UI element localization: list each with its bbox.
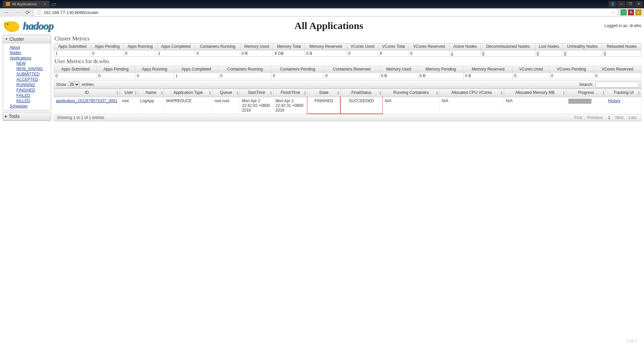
sort-icon: ▲▼ <box>160 91 163 95</box>
cell-progress <box>566 97 606 114</box>
col-user[interactable]: User▲▼ <box>120 89 138 97</box>
chevron-right-icon: ▶ <box>5 115 7 118</box>
cluster-accordion: ▼ Cluster About Nodes Applications NEW N… <box>3 35 51 111</box>
cluster-header[interactable]: ▼ Cluster <box>3 35 51 43</box>
col-unhealthy-nodes: Unhealthy Nodes <box>562 43 602 50</box>
sidebar-link-submitted[interactable]: SUBMITTED <box>16 71 51 77</box>
minimize-button[interactable]: — <box>617 1 625 7</box>
tracking-history-link[interactable]: History <box>608 99 620 103</box>
col-containers-running: Containers Running <box>195 43 240 50</box>
table-header-row: Apps Submitted Apps Pending Apps Running… <box>54 66 641 73</box>
user-icon[interactable]: 👤 <box>609 1 617 7</box>
sidebar-link-applications[interactable]: Applications <box>10 55 51 61</box>
browser-toolbar-icons: ⬚ A ● <box>621 9 641 15</box>
close-window-button[interactable]: ✕ <box>635 1 643 7</box>
sidebar-link-accepted[interactable]: ACCEPTED <box>16 77 51 82</box>
extension-icon-3[interactable]: ● <box>635 9 641 15</box>
svg-point-2 <box>7 23 8 25</box>
col-finish[interactable]: FinishTime▲▼ <box>273 89 307 97</box>
address-bar: ← → ⟳ i 192.168.77.130:8088/cluster ☆ ⬚ … <box>0 8 644 17</box>
unhealthy-nodes-link[interactable]: 0 <box>564 51 567 56</box>
col-memory-total: Memory Total <box>273 43 305 50</box>
col-apps-completed: Apps Completed <box>157 43 195 50</box>
datatable-controls: Show 20 entries Search: <box>54 80 641 89</box>
col-alloc-mem[interactable]: Allocated Memory MB▲▼ <box>504 89 566 97</box>
window-controls: 👤 — ❐ ✕ <box>609 1 644 7</box>
cell-name: LogApp <box>138 97 164 114</box>
col-progress[interactable]: Progress▲▼ <box>566 89 606 97</box>
col-final-status[interactable]: FinalStatus▲▼ <box>340 89 382 97</box>
page-header: hadoop All Applications Logged in as: dr… <box>3 19 641 33</box>
sidebar: ▼ Cluster About Nodes Applications NEW N… <box>3 35 51 122</box>
sort-icon: ▲▼ <box>209 91 211 95</box>
restore-button[interactable]: ❐ <box>626 1 634 7</box>
col-vcores-used: VCores Used <box>347 43 378 50</box>
sidebar-link-failed[interactable]: FAILED <box>16 93 51 98</box>
cell-alloc-cpu: N/A <box>440 97 504 114</box>
rebooted-nodes-link[interactable]: 0 <box>604 51 606 56</box>
col-decom-nodes: Decommissioned Nodes <box>481 43 535 50</box>
sidebar-link-killed[interactable]: KILLED <box>16 98 51 104</box>
sidebar-link-running[interactable]: RUNNING <box>16 82 51 88</box>
tab-favicon-icon <box>6 2 10 6</box>
sidebar-link-about[interactable]: About <box>10 45 51 50</box>
active-nodes-link[interactable]: 1 <box>451 51 453 56</box>
sidebar-link-finished[interactable]: FINISHED <box>16 88 51 93</box>
main-content: Cluster Metrics Apps Submitted Apps Pend… <box>54 35 641 122</box>
paginate-first[interactable]: First <box>575 115 582 120</box>
extension-icon-1[interactable]: ⬚ <box>621 9 627 15</box>
new-tab-button[interactable]: ▱ <box>51 1 56 7</box>
sort-icon: ▲▼ <box>638 91 640 95</box>
entries-info: Showing 1 to 1 of 1 entries <box>57 115 104 120</box>
col-apps-submitted: Apps Submitted <box>54 43 91 50</box>
lost-nodes-link[interactable]: 0 <box>537 51 539 56</box>
paginate-next[interactable]: Next <box>615 115 624 120</box>
paginate-page-1[interactable]: 1 <box>608 115 610 120</box>
search-input[interactable] <box>596 81 639 88</box>
tools-header[interactable]: ▶ Tools <box>3 112 51 121</box>
col-start[interactable]: StartTime▲▼ <box>240 89 273 97</box>
cell-user: root <box>120 97 138 114</box>
application-id-link[interactable]: application_1522679573337_0001 <box>56 99 118 103</box>
bookmark-star-icon[interactable]: ☆ <box>611 10 615 15</box>
reload-button[interactable]: ⟳ <box>24 9 31 16</box>
url-input[interactable]: i 192.168.77.130:8088/cluster ☆ <box>34 9 618 16</box>
paginate-last[interactable]: Last <box>629 115 636 120</box>
sidebar-link-scheduler[interactable]: Scheduler <box>10 104 51 109</box>
url-text: 192.168.77.130:8088/cluster <box>43 10 99 15</box>
col-running-containers[interactable]: Running Containers▲▼ <box>382 89 439 97</box>
col-memory-used: Memory Used <box>240 43 273 50</box>
sidebar-link-new[interactable]: NEW <box>16 61 51 66</box>
cluster-metrics-table: Apps Submitted Apps Pending Apps Running… <box>54 43 641 57</box>
col-memory-reserved: Memory Reserved <box>305 43 347 50</box>
col-apps-pending: Apps Pending <box>91 43 124 50</box>
sort-icon: ▲▼ <box>602 91 605 95</box>
cell-app-type: MAPREDUCE <box>164 97 212 114</box>
paginate-previous[interactable]: Previous <box>587 115 603 120</box>
extension-icon-2[interactable]: A <box>628 9 634 15</box>
page-title: All Applications <box>53 20 604 31</box>
sort-icon: ▲▼ <box>116 91 119 95</box>
col-id[interactable]: ID▲▼ <box>54 89 120 97</box>
entries-select[interactable]: 20 <box>68 81 80 88</box>
browser-tab[interactable]: All Applications × <box>3 1 49 7</box>
table-header-row: ID▲▼ User▲▼ Name▲▼ Application Type▲▼ Qu… <box>54 89 641 97</box>
col-state[interactable]: State▲▼ <box>307 89 340 97</box>
forward-button[interactable]: → <box>13 9 21 15</box>
sort-icon: ▲▼ <box>337 91 339 95</box>
close-tab-icon[interactable]: × <box>44 2 46 6</box>
hadoop-logo[interactable]: hadoop <box>3 19 53 33</box>
cell-queue: root.root <box>212 97 240 114</box>
col-queue[interactable]: Queue▲▼ <box>212 89 240 97</box>
site-info-icon[interactable]: i <box>37 10 41 15</box>
col-alloc-cpu[interactable]: Allocated CPU VCores▲▼ <box>440 89 504 97</box>
col-rebooted-nodes: Rebooted Nodes <box>602 43 641 50</box>
sidebar-link-new-saving[interactable]: NEW_SAVING <box>16 66 51 71</box>
cell-alloc-mem: N/A <box>504 97 566 114</box>
col-name[interactable]: Name▲▼ <box>138 89 164 97</box>
back-button[interactable]: ← <box>3 9 11 15</box>
decom-nodes-link[interactable]: 0 <box>482 51 485 56</box>
col-app-type[interactable]: Application Type▲▼ <box>164 89 212 97</box>
sidebar-link-nodes[interactable]: Nodes <box>10 50 51 55</box>
col-tracking[interactable]: Tracking UI▲▼ <box>606 89 641 97</box>
